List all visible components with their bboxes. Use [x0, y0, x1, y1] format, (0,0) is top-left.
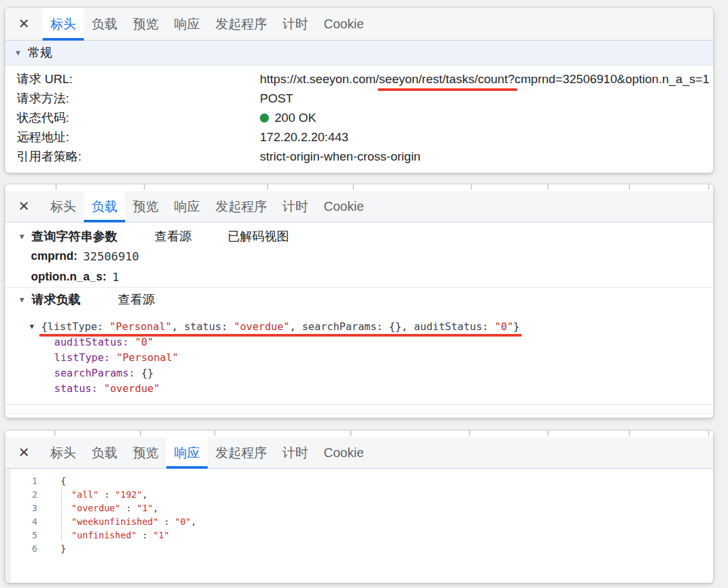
section-request-payload[interactable]: ▼ 请求负载 查看源 — [5, 290, 713, 309]
indent-guide — [61, 487, 62, 542]
tab-initiator[interactable]: 发起程序 — [208, 437, 275, 468]
tab-cookie[interactable]: Cookie — [316, 437, 371, 468]
tab-timing-label: 计时 — [282, 198, 308, 215]
tab-cookie-label: Cookie — [324, 199, 364, 214]
tab-initiator[interactable]: 发起程序 — [208, 8, 275, 40]
query-param-row: cmprnd: 32506910 — [5, 246, 713, 266]
tab-headers-label: 标头 — [50, 15, 76, 33]
column-divider — [471, 184, 472, 190]
tab-headers[interactable]: 标头 — [43, 8, 84, 40]
header-label: 请求 URL: — [5, 71, 260, 88]
view-source-link[interactable]: 查看源 — [118, 291, 155, 308]
token: "weekunfinished" — [61, 516, 159, 527]
tab-cookie[interactable]: Cookie — [316, 191, 371, 222]
column-divider — [55, 184, 57, 190]
payload-item-key: searchParams: — [54, 367, 135, 379]
tab-preview[interactable]: 预览 — [125, 437, 166, 468]
column-divider — [547, 184, 549, 190]
tab-initiator[interactable]: 发起程序 — [208, 191, 275, 222]
code-line: 1 { — [5, 474, 713, 487]
tab-preview[interactable]: 预览 — [125, 8, 166, 40]
space — [129, 336, 135, 348]
column-divider — [144, 184, 145, 190]
close-panel-button[interactable]: ✕ — [15, 444, 32, 461]
network-detail-panel-headers: ✕ 标头 负载 预览 响应 发起程序 计时 Cookie ▼ 常规 请求 URL… — [5, 8, 713, 173]
payload-item-row: listType: "Personal" — [5, 349, 713, 365]
token: status — [184, 320, 221, 333]
column-divider — [140, 431, 141, 436]
close-icon: ✕ — [18, 445, 30, 460]
token: , — [172, 320, 184, 333]
token: auditStatus — [414, 320, 482, 333]
section-query-string-params[interactable]: ▼ 查询字符串参数 查看源 已解码视图 — [5, 228, 713, 246]
token: "Personal" — [110, 320, 172, 333]
payload-item-value: {} — [141, 367, 153, 379]
payload-item-row: auditStatus: "0" — [5, 334, 713, 349]
url-prefix: https://xt.seeyon.com/ — [260, 72, 379, 86]
section-general-label: 常规 — [28, 44, 52, 61]
header-row-referrer-policy: 引用者策略: strict-origin-when-cross-origin — [5, 147, 713, 166]
payload-object-preview: {listType: "Personal", status: "overdue"… — [41, 320, 520, 333]
tab-cookie[interactable]: Cookie — [316, 8, 371, 40]
tab-headers[interactable]: 标头 — [43, 437, 84, 468]
token: "0" — [495, 320, 513, 333]
token: searchParams — [302, 320, 377, 333]
tab-timing[interactable]: 计时 — [275, 191, 316, 222]
payload-item-value: "overdue" — [104, 382, 160, 395]
token: { — [61, 476, 66, 486]
line-number: 3 — [5, 503, 37, 513]
tab-response[interactable]: 响应 — [166, 437, 208, 468]
header-label: 状态代码: — [5, 110, 260, 126]
column-divider — [629, 431, 630, 436]
line-code: } — [37, 544, 66, 554]
tab-response[interactable]: 响应 — [166, 8, 208, 40]
header-value: POST — [260, 92, 293, 106]
column-divider — [214, 431, 215, 436]
tab-preview[interactable]: 预览 — [125, 191, 166, 222]
token: : — [482, 320, 495, 333]
code-line: 5 "unfinished" : "1" — [5, 528, 713, 542]
code-line: 2 "all" : "192", — [5, 487, 713, 501]
section-general[interactable]: ▼ 常规 — [5, 41, 713, 66]
decoded-view-link[interactable]: 已解码视图 — [228, 228, 289, 245]
column-divider — [54, 431, 55, 436]
payload-object-row[interactable]: ▼ {listType: "Personal", status: "overdu… — [5, 318, 713, 334]
code-line: 6 } — [5, 542, 713, 555]
tab-payload[interactable]: 负载 — [84, 437, 125, 468]
token: : — [221, 320, 233, 333]
empty-grid-line — [5, 413, 713, 414]
tab-response[interactable]: 响应 — [166, 191, 208, 222]
tab-preview-label: 预览 — [133, 444, 159, 462]
space — [135, 367, 141, 379]
token: : — [97, 320, 110, 333]
tab-payload[interactable]: 负载 — [84, 8, 125, 40]
column-divider — [353, 184, 354, 190]
close-panel-button[interactable]: ✕ — [15, 15, 32, 32]
tab-timing[interactable]: 计时 — [275, 8, 316, 40]
tab-bar: ✕ 标头 负载 预览 响应 发起程序 计时 Cookie — [5, 191, 713, 222]
close-panel-button[interactable]: ✕ — [15, 198, 32, 215]
token: , — [290, 320, 302, 333]
payload-item-value: "0" — [135, 336, 153, 348]
payload-item-key: listType: — [54, 351, 110, 364]
query-param-value: 1 — [112, 270, 119, 284]
tab-timing-label: 计时 — [282, 15, 308, 33]
token: "192" — [115, 489, 142, 500]
view-source-link[interactable]: 查看源 — [155, 228, 192, 245]
tab-payload[interactable]: 负载 — [84, 191, 125, 222]
column-divider — [708, 184, 709, 190]
tab-headers[interactable]: 标头 — [43, 191, 84, 222]
header-label: 引用者策略: — [5, 148, 260, 165]
line-code: { — [37, 476, 66, 486]
code-line: 3 "overdue" : "1", — [5, 501, 713, 514]
token: : — [99, 489, 115, 500]
section-divider — [5, 287, 713, 288]
response-body-editor[interactable]: 1 { 2 "all" : "192", 3 "overdue" : "1", … — [5, 469, 713, 583]
token: , — [402, 320, 414, 333]
column-divider — [547, 431, 549, 436]
tab-timing[interactable]: 计时 — [275, 437, 316, 468]
status-ok-dot-icon — [260, 113, 269, 122]
tab-response-label: 响应 — [174, 444, 200, 462]
token: : — [377, 320, 389, 333]
query-param-row: option.n_a_s: 1 — [5, 266, 713, 287]
